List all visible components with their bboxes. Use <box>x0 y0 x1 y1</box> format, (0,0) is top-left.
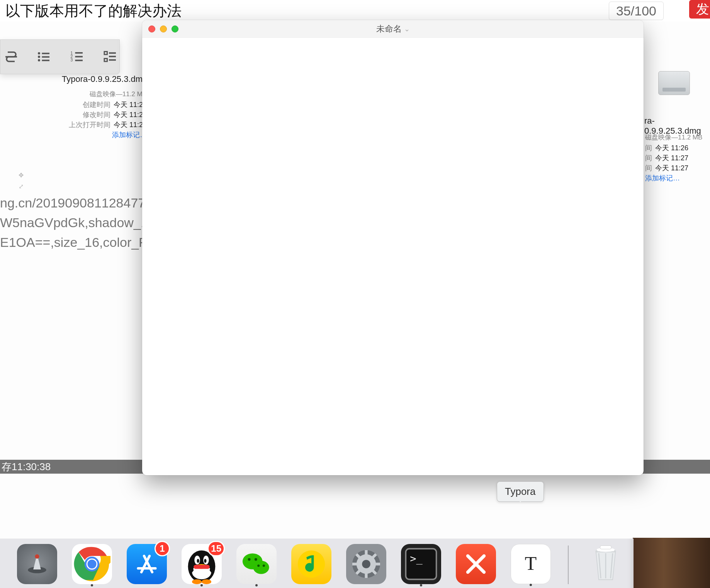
add-tag-link[interactable]: 添加标记… <box>112 130 147 139</box>
dock-app-wechat[interactable] <box>236 544 277 584</box>
meta-label: 间 <box>645 153 652 163</box>
svg-point-23 <box>87 559 96 568</box>
background-editor-header: 以下版本用不了的解决办法 <box>0 0 710 22</box>
dock-separator <box>568 546 569 584</box>
ordered-list-icon[interactable]: 123 <box>69 50 85 64</box>
meta-label: 间 <box>645 143 652 153</box>
url-line: ng.cn/2019090811284770 <box>0 193 156 213</box>
svg-text:3: 3 <box>71 58 73 62</box>
target-icon[interactable]: ✥ <box>19 172 24 179</box>
svg-rect-56 <box>600 546 611 549</box>
svg-point-32 <box>204 559 206 563</box>
dock-app-qq[interactable]: 15 <box>182 544 222 584</box>
svg-rect-6 <box>42 60 50 61</box>
dock-app-system-preferences[interactable] <box>346 544 386 584</box>
dock-app-qqmusic[interactable] <box>291 544 331 584</box>
badge: 1 <box>155 541 170 556</box>
editor-body[interactable] <box>142 38 644 475</box>
file-info-left: 磁盘映像—11.2 MB 创建时间今天 11:26 修改时间今天 11:27 上… <box>39 90 147 140</box>
badge: 15 <box>207 541 225 556</box>
running-indicator-icon <box>420 584 422 586</box>
char-counter: 35/100 <box>609 2 664 20</box>
running-indicator-icon <box>91 584 93 586</box>
svg-rect-12 <box>75 60 83 61</box>
file-info-right: 磁盘映像—11.2 MB 间今天 11:26 间今天 11:27 间今天 11:… <box>645 133 710 184</box>
dock-app-xmind[interactable] <box>456 544 496 584</box>
svg-point-39 <box>248 558 251 561</box>
file-name-left: Typora-0.9.9.25.3.dmg <box>62 74 147 84</box>
url-line: E1OA==,size_16,color_FF <box>0 233 156 252</box>
dock-app-chrome[interactable] <box>72 544 112 584</box>
window-title: 未命名 ⌄ <box>142 23 644 35</box>
url-text-block: ng.cn/2019090811284770 W5naGVpdGk,shadow… <box>0 193 156 252</box>
status-text: 存11:30:38 <box>2 460 51 474</box>
svg-rect-10 <box>75 52 83 54</box>
svg-point-42 <box>263 564 265 567</box>
meta-label: 间 <box>645 163 652 173</box>
file-meta-header-right: 磁盘映像—11.2 MB <box>645 133 710 142</box>
svg-rect-11 <box>75 56 83 58</box>
meta-value: 今天 11:26 <box>655 143 688 153</box>
strikethrough-icon[interactable] <box>4 50 18 64</box>
unordered-list-icon[interactable] <box>36 50 51 64</box>
dock-app-appstore[interactable]: 1 <box>127 544 167 584</box>
svg-text:>_: >_ <box>410 552 423 565</box>
meta-value: 今天 11:27 <box>655 153 688 163</box>
expand-icon[interactable]: ⤢ <box>19 183 24 190</box>
dock-tooltip: Typora <box>497 481 544 502</box>
svg-rect-14 <box>104 59 107 62</box>
article-title-input[interactable]: 以下版本用不了的解决办法 <box>4 1 182 21</box>
disk-image-icon <box>658 71 690 95</box>
publish-button[interactable]: 发 <box>689 0 710 19</box>
dock: 1 15 >_ T <box>0 526 710 588</box>
meta-label: 创建时间 <box>83 100 110 109</box>
svg-point-3 <box>38 59 40 61</box>
svg-rect-5 <box>42 56 50 58</box>
file-meta-header-left: 磁盘映像—11.2 MB <box>39 90 147 99</box>
meta-label: 修改时间 <box>83 110 110 119</box>
svg-point-46 <box>362 560 370 568</box>
window-title-text: 未命名 <box>376 23 402 35</box>
svg-point-34 <box>192 580 202 584</box>
add-tag-link[interactable]: 添加标记… <box>645 173 680 183</box>
task-list-icon[interactable] <box>102 50 118 64</box>
svg-point-41 <box>257 564 260 567</box>
svg-point-35 <box>202 580 211 584</box>
running-indicator-icon <box>200 584 203 586</box>
svg-rect-13 <box>104 52 107 55</box>
svg-point-19 <box>35 554 39 559</box>
svg-point-40 <box>255 558 257 561</box>
dock-app-typora[interactable]: T <box>511 544 551 584</box>
meta-value: 今天 11:27 <box>655 163 688 173</box>
image-tool-icons: ✥ ⤢ <box>19 172 24 190</box>
svg-point-31 <box>197 559 199 563</box>
svg-point-1 <box>38 52 40 54</box>
url-line: W5naGVpdGk,shadow_10 <box>0 213 156 233</box>
chevron-down-icon[interactable]: ⌄ <box>404 25 410 33</box>
window-titlebar[interactable]: 未命名 ⌄ <box>142 20 644 38</box>
svg-rect-47 <box>365 550 367 555</box>
dock-trash[interactable] <box>586 544 626 584</box>
svg-point-2 <box>38 56 40 58</box>
svg-rect-36 <box>194 565 210 569</box>
svg-rect-4 <box>42 53 50 54</box>
dock-app-terminal[interactable]: >_ <box>401 544 441 584</box>
svg-text:T: T <box>525 552 537 574</box>
desktop-background-fragment <box>633 538 710 588</box>
formatting-toolbar: 123 <box>0 39 120 74</box>
meta-label: 上次打开时间 <box>69 120 110 129</box>
typora-window[interactable]: 未命名 ⌄ <box>142 20 644 475</box>
svg-point-38 <box>253 561 269 574</box>
running-indicator-icon <box>255 584 258 586</box>
running-indicator-icon <box>530 584 532 586</box>
dock-app-launchpad[interactable] <box>17 544 57 584</box>
